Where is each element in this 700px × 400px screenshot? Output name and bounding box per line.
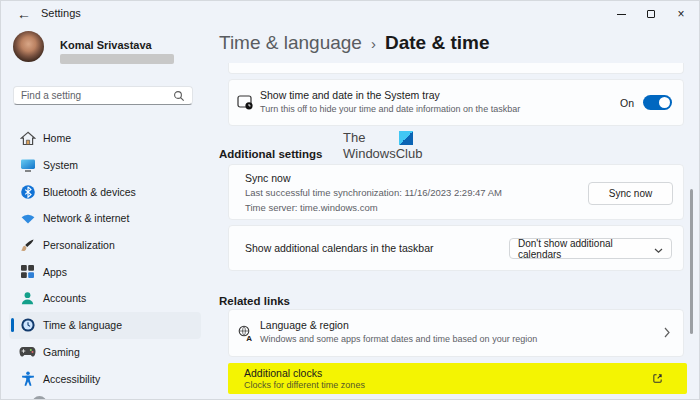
sidebar-item-bluetooth[interactable]: Bluetooth & devices	[9, 178, 201, 205]
search-input[interactable]: Find a setting	[13, 86, 193, 105]
user-name: Komal Srivastava	[60, 39, 152, 51]
sidebar-item-label: System	[43, 159, 78, 171]
sidebar-nav: Home System Bluetooth & devices Network …	[1, 125, 211, 392]
search-placeholder: Find a setting	[21, 90, 173, 101]
tray-card-subtitle: Turn this off to hide your time and date…	[260, 104, 520, 114]
system-tray-clock-icon	[236, 94, 254, 112]
close-button[interactable]: ×	[666, 4, 696, 24]
chevron-right-icon	[664, 324, 670, 342]
sidebar-item-label: Time & language	[43, 319, 122, 331]
back-button[interactable]: ←	[13, 4, 35, 24]
sidebar-item-label: Personalization	[43, 239, 115, 251]
settings-window: ← Settings × Komal Srivastava Find a set…	[0, 0, 700, 400]
chevron-down-icon	[654, 240, 663, 258]
breadcrumb-parent[interactable]: Time & language	[219, 32, 362, 54]
sidebar-item-label: Accessibility	[43, 373, 100, 385]
apps-icon	[19, 263, 36, 280]
language-region-card[interactable]: A Language & region Windows and some app…	[228, 309, 684, 357]
calendars-label: Show additional calendars in the taskbar	[245, 242, 434, 254]
system-tray-card: Show time and date in the System tray Tu…	[228, 79, 684, 126]
close-icon: ×	[677, 8, 684, 20]
maximize-icon	[647, 10, 655, 18]
avatar[interactable]	[13, 31, 44, 62]
sync-card: Sync now Last successful time synchroniz…	[228, 164, 684, 220]
additional-clocks-title: Additional clocks	[244, 367, 322, 379]
system-icon	[19, 157, 36, 174]
sync-now-button[interactable]: Sync now	[588, 182, 673, 205]
calendars-card: Show additional calendars in the taskbar…	[228, 225, 684, 271]
sidebar-item-partial-icon	[32, 396, 47, 400]
sidebar-item-apps[interactable]: Apps	[9, 258, 201, 285]
tray-toggle[interactable]	[643, 95, 672, 110]
calendars-dropdown-value: Don't show additional calendars	[518, 238, 654, 260]
personalization-icon	[19, 237, 36, 254]
accounts-icon	[19, 290, 36, 307]
tray-card-title: Show time and date in the System tray	[260, 89, 440, 101]
sidebar-item-network[interactable]: Network & internet	[9, 205, 201, 232]
window-title: Settings	[41, 7, 81, 19]
bluetooth-icon	[19, 183, 36, 200]
tray-toggle-group: On	[620, 80, 672, 125]
sidebar-item-label: Apps	[43, 266, 67, 278]
svg-text:A: A	[246, 334, 252, 342]
watermark-line1: The	[343, 130, 365, 145]
related-links-heading: Related links	[219, 295, 290, 307]
calendars-dropdown[interactable]: Don't show additional calendars	[509, 238, 672, 259]
network-icon	[19, 210, 36, 227]
language-region-subtitle: Windows and some apps format dates and t…	[260, 334, 537, 344]
minimize-button[interactable]	[606, 4, 636, 24]
sidebar-item-label: Home	[43, 132, 71, 144]
user-email-redacted	[60, 54, 174, 64]
language-region-icon: A	[236, 324, 254, 342]
window-controls: ×	[606, 4, 696, 24]
sidebar-item-gaming[interactable]: Gaming	[9, 339, 201, 366]
sidebar-item-label: Accounts	[43, 292, 86, 304]
sidebar-item-label: Gaming	[43, 346, 80, 358]
toggle-knob	[659, 97, 670, 108]
scrollbar-thumb[interactable]	[690, 189, 693, 334]
additional-clocks-card[interactable]: Additional clocks Clocks for different t…	[228, 363, 687, 394]
external-link-icon	[652, 370, 663, 388]
additional-settings-heading: Additional settings	[219, 148, 323, 160]
sidebar-item-label: Network & internet	[43, 212, 129, 224]
breadcrumb: Time & language › Date & time	[219, 32, 489, 54]
sidebar-item-home[interactable]: Home	[9, 125, 201, 152]
watermark-line2: WindowsClub	[343, 146, 422, 161]
sync-server-line: Time server: time.windows.com	[245, 202, 378, 213]
sync-title: Sync now	[245, 172, 291, 184]
windowsclub-watermark: The WindowsClub	[343, 130, 422, 162]
partial-card	[228, 63, 684, 74]
additional-clocks-subtitle: Clocks for different time zones	[244, 380, 365, 390]
language-region-title: Language & region	[260, 319, 349, 331]
time-language-icon	[19, 317, 36, 334]
sync-last-line: Last successful time synchronization: 11…	[245, 187, 502, 198]
sidebar-item-system[interactable]: System	[9, 152, 201, 179]
breadcrumb-separator-icon: ›	[371, 35, 376, 52]
sidebar-item-personalization[interactable]: Personalization	[9, 232, 201, 259]
windowsclub-logo-icon	[399, 131, 413, 145]
page-title: Date & time	[385, 32, 490, 54]
sidebar-item-accounts[interactable]: Accounts	[9, 285, 201, 312]
gaming-icon	[19, 343, 36, 360]
sidebar-item-accessibility[interactable]: Accessibility	[9, 365, 201, 392]
home-icon	[19, 130, 36, 147]
minimize-icon	[617, 14, 626, 15]
toggle-state-label: On	[620, 97, 634, 109]
sidebar-item-label: Bluetooth & devices	[43, 186, 136, 198]
accessibility-icon	[19, 370, 36, 387]
sidebar-item-time-language[interactable]: Time & language	[9, 312, 201, 339]
maximize-button[interactable]	[636, 4, 666, 24]
search-icon	[173, 90, 185, 102]
